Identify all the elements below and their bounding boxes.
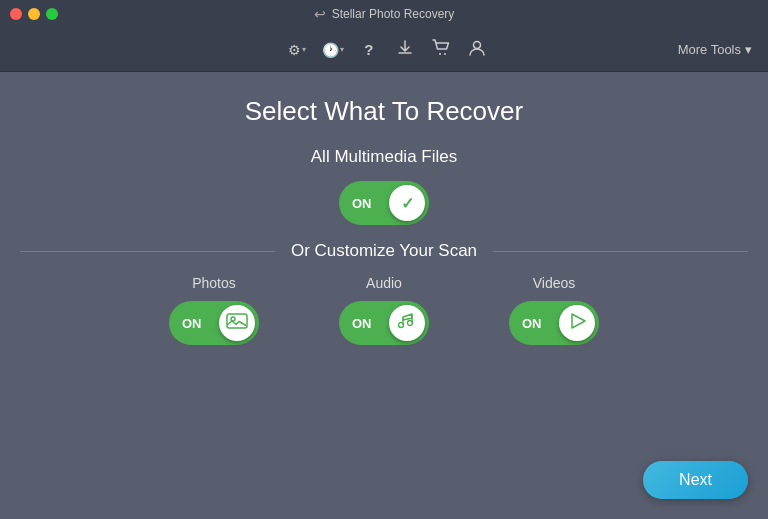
audio-label: Audio [366,275,402,291]
history-button[interactable]: 🕐 ▾ [317,36,349,64]
toggle-track: ON ✓ [342,196,426,211]
videos-toggle-track: ON [512,316,596,331]
audio-toggle-on-text: ON [352,316,372,331]
svg-marker-9 [572,314,585,328]
customize-label: Or Customize Your Scan [275,241,493,261]
svg-point-2 [473,42,480,49]
settings-caret-icon: ▾ [302,45,306,54]
history-caret-icon: ▾ [340,45,344,54]
divider-left [20,251,275,252]
photos-toggle-knob [219,305,255,341]
all-multimedia-toggle[interactable]: ON ✓ [339,181,429,225]
maximize-button[interactable] [46,8,58,20]
toggle-knob: ✓ [389,185,425,221]
next-button[interactable]: Next [643,461,748,499]
cart-icon [432,39,450,60]
videos-label: Videos [533,275,576,291]
photos-toggle[interactable]: ON [169,301,259,345]
divider-right [493,251,748,252]
checkmark-icon: ✓ [401,194,414,213]
photos-toggle-on-text: ON [182,316,202,331]
settings-icon: ⚙ [288,42,301,58]
history-icon: 🕐 [322,42,339,58]
page-title: Select What To Recover [245,96,523,127]
svg-rect-3 [227,314,247,328]
audio-toggle[interactable]: ON [339,301,429,345]
audio-toggle-track: ON [342,316,426,331]
photos-item: Photos ON [169,275,259,345]
svg-point-1 [444,53,446,55]
videos-toggle-knob [559,305,595,341]
minimize-button[interactable] [28,8,40,20]
svg-point-0 [439,53,441,55]
more-tools-label: More Tools [678,42,741,57]
more-tools-button[interactable]: More Tools ▾ [678,42,752,57]
close-button[interactable] [10,8,22,20]
photos-toggle-track: ON [172,316,256,331]
main-content: Select What To Recover All Multimedia Fi… [0,72,768,519]
photos-icon [226,312,248,335]
toggle-on-text: ON [352,196,372,211]
account-icon [468,39,486,60]
all-multimedia-label: All Multimedia Files [311,147,457,167]
toolbar: ⚙ ▾ 🕐 ▾ ? [0,28,768,72]
help-button[interactable]: ? [353,36,385,64]
cart-button[interactable] [425,36,457,64]
account-button[interactable] [461,36,493,64]
videos-toggle[interactable]: ON [509,301,599,345]
app-title: Stellar Photo Recovery [332,7,455,21]
videos-item: Videos ON [509,275,599,345]
customize-row: Photos ON [169,275,599,345]
divider-section: Or Customize Your Scan [20,241,748,261]
audio-item: Audio ON [339,275,429,345]
more-tools-caret-icon: ▾ [745,42,752,57]
settings-button[interactable]: ⚙ ▾ [281,36,313,64]
photos-label: Photos [192,275,236,291]
videos-icon [567,311,587,336]
download-icon [396,39,414,60]
window-controls [10,8,58,20]
back-arrow-icon: ↩ [314,6,326,22]
help-icon: ? [364,41,373,58]
audio-icon [396,311,418,336]
audio-toggle-knob [389,305,425,341]
titlebar: ↩ Stellar Photo Recovery [0,0,768,28]
download-button[interactable] [389,36,421,64]
videos-toggle-on-text: ON [522,316,542,331]
toolbar-icons: ⚙ ▾ 🕐 ▾ ? [281,36,493,64]
title-area: ↩ Stellar Photo Recovery [314,6,455,22]
